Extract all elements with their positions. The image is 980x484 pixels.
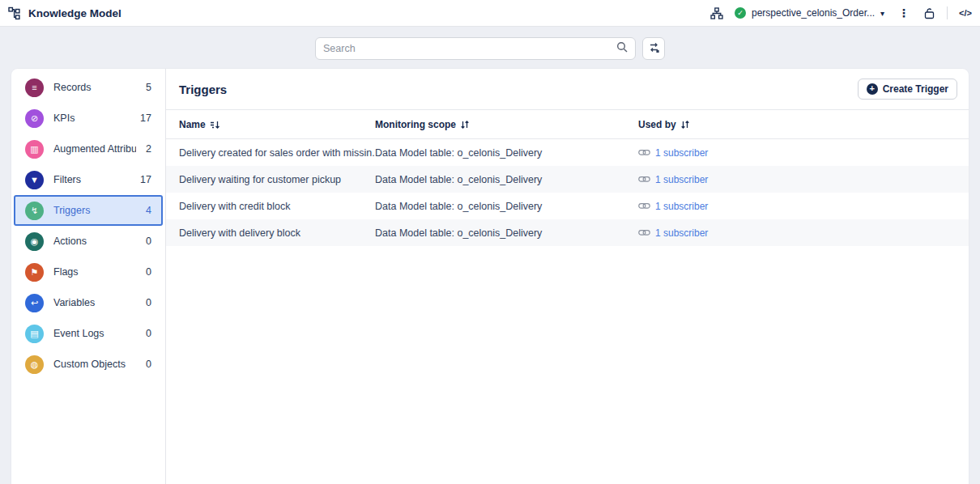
plus-icon: +	[867, 83, 878, 95]
compare-swap-button[interactable]	[642, 37, 665, 60]
perspective-selector[interactable]: ✓ perspective_celonis_Order... ▾	[735, 7, 884, 19]
knowledge-model-icon	[8, 6, 22, 20]
flags-icon: ⚑	[25, 263, 44, 282]
sidebar-item-count: 0	[146, 266, 151, 278]
sidebar-item-count: 0	[146, 328, 151, 339]
subscriber-link[interactable]: 1 subscriber	[638, 201, 969, 212]
column-header-used-by[interactable]: Used by	[638, 119, 969, 130]
sidebar-item-count: 4	[146, 205, 151, 216]
sitemap-icon[interactable]	[710, 7, 723, 19]
sidebar-item-filters[interactable]: ▼ Filters 17	[14, 164, 163, 195]
subscriber-link[interactable]: 1 subscriber	[638, 174, 969, 185]
app-brand: Knowledge Model	[8, 6, 121, 20]
content-card: ≡ Records 5 ⊘ KPIs 17 ▥ Augmented Attrib…	[11, 69, 969, 484]
trigger-name: Delivery waiting for customer pickup	[179, 174, 375, 185]
more-options-icon[interactable]: ⋮	[896, 6, 912, 19]
sidebar-item-label: Augmented Attributes	[53, 143, 136, 155]
lock-icon[interactable]	[923, 7, 935, 19]
sidebar-item-custom-objects[interactable]: ◍ Custom Objects 0	[14, 349, 163, 380]
column-header-monitoring-scope[interactable]: Monitoring scope	[375, 119, 638, 130]
link-chain-icon	[638, 227, 650, 239]
column-header-name[interactable]: Name	[179, 119, 375, 130]
monitoring-scope: Data Model table: o_celonis_Delivery	[375, 201, 638, 212]
create-trigger-button[interactable]: + Create Trigger	[858, 79, 957, 100]
sidebar-item-count: 17	[140, 174, 151, 185]
sidebar: ≡ Records 5 ⊘ KPIs 17 ▥ Augmented Attrib…	[11, 69, 166, 484]
sidebar-item-event-logs[interactable]: ▤ Event Logs 0	[14, 318, 163, 349]
main-header: Triggers + Create Trigger	[166, 69, 969, 109]
table-row-delivery-waiting-for-customer-pickup[interactable]: Delivery waiting for customer pickup Dat…	[166, 166, 969, 193]
sidebar-item-flags[interactable]: ⚑ Flags 0	[14, 257, 163, 287]
divider	[947, 6, 948, 19]
sidebar-item-label: Records	[53, 82, 136, 93]
sidebar-item-count: 17	[140, 113, 151, 124]
triggers-icon: ↯	[25, 202, 44, 220]
sidebar-item-label: Event Logs	[53, 328, 136, 339]
search-row	[0, 27, 980, 60]
table-row-delivery-with-delivery-block[interactable]: Delivery with delivery block Data Model …	[166, 219, 969, 246]
search-icon	[616, 41, 628, 56]
table-row-delivery-created-for-sales-order-with-mi[interactable]: Delivery created for sales order with mi…	[166, 139, 969, 166]
table-body: Delivery created for sales order with mi…	[166, 139, 969, 246]
top-bar: Knowledge Model ✓ perspective_celonis_Or…	[0, 0, 980, 27]
kpis-icon: ⊘	[25, 109, 44, 128]
chevron-down-icon: ▾	[880, 9, 884, 18]
sidebar-item-count: 0	[146, 359, 151, 370]
event-logs-icon: ▤	[25, 325, 44, 343]
sort-both-icon	[680, 120, 690, 129]
sidebar-item-label: Flags	[53, 266, 136, 278]
table-header: Name Monitoring scope Us	[166, 110, 969, 139]
top-bar-actions: ✓ perspective_celonis_Order... ▾ ⋮ </>	[710, 6, 972, 19]
sidebar-item-label: KPIs	[53, 113, 130, 124]
sidebar-item-records[interactable]: ≡ Records 5	[14, 72, 163, 103]
table-row-delivery-with-credit-block[interactable]: Delivery with credit block Data Model ta…	[166, 193, 969, 219]
variables-icon: ↩	[25, 294, 44, 312]
trigger-name: Delivery with delivery block	[179, 227, 375, 239]
link-chain-icon	[638, 201, 650, 212]
sidebar-item-kpis[interactable]: ⊘ KPIs 17	[14, 103, 163, 134]
subscriber-link[interactable]: 1 subscriber	[638, 227, 969, 239]
actions-icon: ◉	[25, 232, 44, 251]
link-chain-icon	[638, 174, 650, 185]
sidebar-item-label: Actions	[53, 236, 136, 247]
sidebar-item-augmented-attributes[interactable]: ▥ Augmented Attributes 2	[14, 134, 163, 164]
create-trigger-label: Create Trigger	[883, 83, 948, 95]
custom-objects-icon: ◍	[25, 355, 44, 374]
sidebar-item-actions[interactable]: ◉ Actions 0	[14, 226, 163, 257]
sidebar-item-label: Variables	[53, 297, 136, 308]
records-icon: ≡	[25, 79, 44, 97]
monitoring-scope: Data Model table: o_celonis_Delivery	[375, 227, 638, 239]
sidebar-item-label: Filters	[53, 174, 130, 185]
sidebar-item-count: 2	[146, 143, 151, 155]
page-title: Knowledge Model	[28, 7, 121, 19]
sort-both-icon	[460, 120, 470, 129]
sidebar-item-count: 0	[146, 236, 151, 247]
search-input[interactable]	[323, 43, 616, 54]
sort-ascending-icon	[210, 120, 220, 129]
search-box	[315, 37, 636, 60]
section-title: Triggers	[179, 83, 227, 96]
monitoring-scope: Data Model table: o_celonis_Delivery	[375, 147, 638, 159]
sidebar-item-count: 0	[146, 297, 151, 308]
trigger-name: Delivery created for sales order with mi…	[179, 147, 375, 159]
swap-arrows-icon	[648, 41, 660, 57]
perspective-label: perspective_celonis_Order...	[752, 7, 875, 19]
trigger-name: Delivery with credit block	[179, 201, 375, 212]
monitoring-scope: Data Model table: o_celonis_Delivery	[375, 174, 638, 185]
sidebar-item-label: Triggers	[53, 205, 136, 216]
sidebar-item-triggers[interactable]: ↯ Triggers 4	[14, 195, 163, 226]
augmented-attributes-icon: ▥	[25, 140, 44, 159]
link-chain-icon	[638, 147, 650, 159]
status-check-icon: ✓	[735, 7, 746, 19]
sidebar-item-count: 5	[146, 82, 151, 93]
filters-icon: ▼	[25, 171, 44, 189]
code-view-icon[interactable]: </>	[959, 8, 972, 18]
sidebar-item-variables[interactable]: ↩ Variables 0	[14, 287, 163, 318]
subscriber-link[interactable]: 1 subscriber	[638, 147, 969, 159]
sidebar-item-label: Custom Objects	[53, 359, 136, 370]
main-panel: Triggers + Create Trigger Name Monitorin…	[166, 69, 969, 484]
